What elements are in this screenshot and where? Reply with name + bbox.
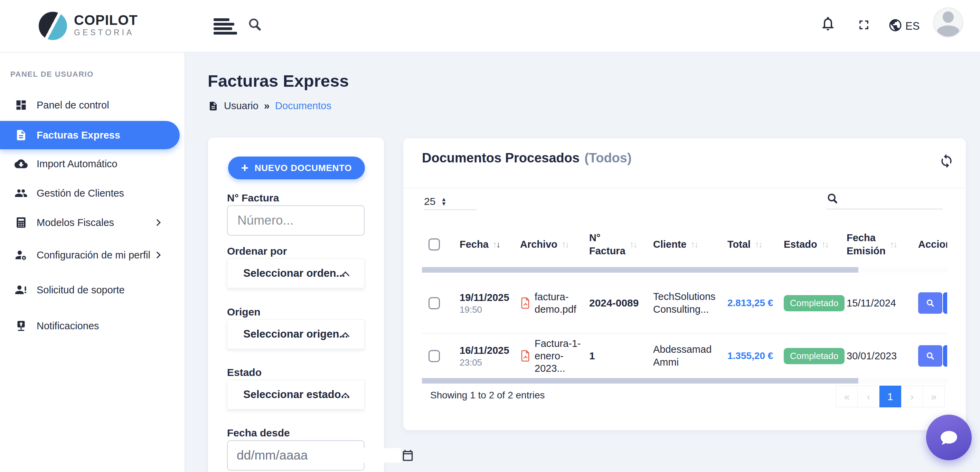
table-row: 16/11/2025 23:05 Factura-1-enero-2023...… (422, 334, 947, 377)
scrollbar-thumb[interactable] (422, 267, 858, 273)
refresh-icon[interactable] (939, 153, 955, 169)
table-search-input[interactable] (843, 192, 977, 204)
sort-icon[interactable]: ↑↓ (691, 239, 698, 250)
sort-icon[interactable]: ↑↓ (493, 239, 500, 250)
pagination-page-1[interactable]: 1 (880, 386, 901, 407)
sidebar-item-gestion-de-clientes[interactable]: Gestión de Clientes (0, 180, 180, 207)
select-all-checkbox[interactable] (428, 238, 440, 251)
sort-icon[interactable]: ↑↓ (821, 239, 828, 250)
spinner-arrows-icon: ▲ ▼ (441, 197, 447, 206)
sidebar-section-label: PANEL DE USUARIO (10, 70, 94, 79)
row-checkbox[interactable] (428, 350, 440, 362)
pdf-file-icon (520, 297, 530, 309)
pagination: « ‹ 1 › » (836, 386, 945, 407)
pagination-last[interactable]: » (923, 386, 945, 407)
row-date: 19/11/2025 (460, 291, 509, 304)
chevron-right-icon (154, 219, 161, 226)
sidebar-item-modelos-fiscales[interactable]: Modelos Fiscales (0, 209, 180, 236)
filters-panel: + NUEVO DOCUMENTO N° Factura Ordenar por… (208, 138, 384, 472)
sort-icon[interactable]: ↑↓ (890, 239, 897, 250)
secondary-action-button[interactable] (943, 345, 947, 367)
sort-icon[interactable]: ↑↓ (630, 239, 636, 250)
secondary-action-button[interactable] (943, 292, 947, 314)
breadcrumb-document-icon (208, 101, 218, 111)
sidebar-item-label: Gestión de Clientes (37, 188, 124, 199)
chat-fab-button[interactable] (926, 415, 972, 460)
cloud-download-icon (14, 157, 28, 170)
sidebar-item-panel-de-control[interactable]: Panel de control (0, 91, 180, 119)
status-select[interactable]: Seleccionar estado... (227, 380, 364, 410)
fullscreen-icon[interactable] (856, 17, 872, 32)
row-issue-date: 30/01/2023 (846, 350, 897, 362)
new-document-button[interactable]: + NUEVO DOCUMENTO (228, 157, 365, 180)
sort-icon[interactable]: ↑↓ (562, 239, 568, 250)
origin-label: Origen (227, 306, 261, 318)
column-header-total[interactable]: Total ↑↓ (724, 238, 779, 251)
menu-toggle-icon[interactable] (213, 18, 241, 36)
user-avatar[interactable] (933, 7, 963, 38)
sidebar-item-facturas-express[interactable]: Facturas Express (0, 121, 180, 149)
sidebar-item-notificaciones[interactable]: Notificaciones (0, 312, 180, 340)
notifications-bell-icon[interactable] (820, 15, 836, 32)
row-date: 16/11/2025 (460, 344, 509, 357)
column-header-numero-factura[interactable]: N°Factura ↑↓ (584, 231, 650, 257)
sidebar-item-import-automatico[interactable]: Import Automático (0, 150, 180, 178)
column-header-fecha[interactable]: Fecha ↑↓ (454, 238, 517, 251)
sidebar-item-configuracion-perfil[interactable]: Configuración de mi perfil (0, 241, 180, 269)
row-total: 1.355,20 € (727, 350, 773, 361)
pagination-prev[interactable]: ‹ (858, 386, 880, 407)
pagination-first[interactable]: « (836, 386, 858, 407)
row-filename[interactable]: factura-demo.pdf (535, 291, 583, 315)
breadcrumb-root[interactable]: Usuario (224, 100, 258, 111)
view-document-button[interactable] (918, 345, 942, 367)
breadcrumb-current[interactable]: Documentos (275, 100, 331, 111)
status-label: Estado (227, 367, 262, 378)
view-document-button[interactable] (918, 292, 942, 314)
order-by-label: Ordenar por (227, 245, 287, 257)
documents-card: Documentos Procesados (Todos) 25 ▲ ▼ (403, 138, 966, 430)
sidebar-item-label: Solicitud de soporte (37, 284, 125, 296)
language-label[interactable]: ES (905, 20, 920, 32)
row-invoice-number: 2024-0089 (589, 297, 639, 309)
status-badge: Completado (784, 295, 845, 311)
upload-broadcast-icon (14, 319, 28, 332)
row-time: 19:50 (460, 304, 509, 315)
calculator-icon (14, 216, 28, 229)
table-row: 19/11/2025 19:50 factura-demo.pdf 2024-0… (422, 273, 947, 334)
row-client: TechSolutions Consulting... (653, 290, 724, 316)
table-header-row: Fecha ↑↓ Archivo ↑↓ N°Factura ↑↓ Cliente… (422, 223, 947, 266)
language-globe-icon[interactable] (888, 18, 903, 32)
sidebar-item-label: Import Automático (37, 158, 118, 170)
user-alert-icon (14, 283, 28, 296)
origin-select[interactable]: Seleccionar origen... (227, 319, 364, 349)
table-search (826, 192, 943, 210)
header-search-icon[interactable] (247, 17, 262, 32)
row-checkbox[interactable] (428, 297, 440, 309)
dashboard-grid-icon (14, 99, 28, 111)
chevron-right-icon (154, 251, 161, 259)
chat-bubble-icon (939, 427, 959, 448)
divider (403, 188, 966, 188)
row-issue-date: 15/11/2024 (846, 297, 896, 309)
column-header-archivo[interactable]: Archivo ↑↓ (517, 238, 584, 251)
brand-logo-icon (39, 12, 67, 40)
scrollbar-thumb[interactable] (422, 378, 858, 383)
row-filename[interactable]: Factura-1-enero-2023... (535, 337, 583, 375)
calendar-icon (401, 449, 414, 462)
order-by-select[interactable]: Seleccionar orden... (227, 259, 364, 288)
date-from-input[interactable] (227, 440, 364, 470)
sort-icon[interactable]: ↑↓ (755, 239, 762, 250)
column-header-estado[interactable]: Estado ↑↓ (779, 238, 842, 251)
breadcrumb-separator: » (264, 100, 269, 111)
horizontal-scrollbar[interactable] (422, 378, 947, 383)
column-header-cliente[interactable]: Cliente ↑↓ (650, 238, 724, 251)
breadcrumb: Usuario » Documentos (208, 100, 331, 111)
users-icon (14, 187, 28, 200)
pagination-next[interactable]: › (901, 386, 923, 407)
invoice-number-input[interactable] (227, 205, 364, 236)
top-bar: COPILOT GESTORIA ES (0, 0, 980, 52)
column-header-fecha-emision[interactable]: FechaEmisión ↑↓ (842, 231, 912, 257)
page-size-select[interactable]: 25 ▲ ▼ (424, 194, 477, 210)
sidebar-item-solicitud-de-soporte[interactable]: Solicitud de soporte (0, 276, 180, 304)
horizontal-scrollbar[interactable] (422, 267, 947, 273)
